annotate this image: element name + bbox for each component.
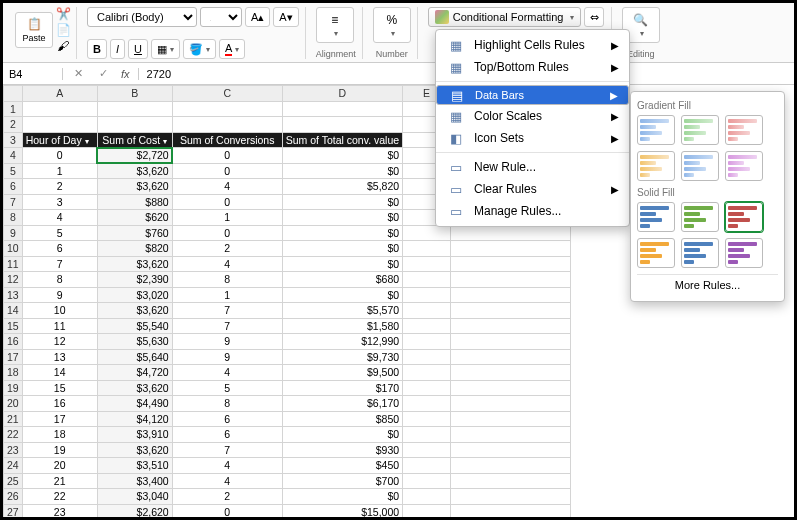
row-header[interactable]: 18	[4, 365, 23, 381]
cell[interactable]: $1,580	[282, 318, 402, 334]
cell[interactable]: 8	[172, 396, 282, 412]
pivot-header[interactable]: Sum of Total conv. value	[282, 132, 402, 148]
cell[interactable]: 17	[22, 411, 97, 427]
more-rules-button[interactable]: More Rules...	[637, 274, 778, 295]
cell[interactable]: $2,620	[97, 504, 172, 520]
menu-color-scales[interactable]: ▦Color Scales▶	[436, 105, 629, 127]
cell[interactable]	[403, 396, 451, 412]
cell[interactable]: $3,620	[97, 442, 172, 458]
cell[interactable]	[282, 117, 402, 133]
row-header[interactable]: 27	[4, 504, 23, 520]
cell[interactable]: $620	[97, 210, 172, 226]
cell[interactable]	[172, 117, 282, 133]
cell[interactable]	[451, 349, 571, 365]
cell[interactable]: $0	[282, 163, 402, 179]
cell[interactable]: $3,620	[97, 163, 172, 179]
font-color-button[interactable]: A	[219, 39, 245, 59]
cell[interactable]: 12	[22, 334, 97, 350]
row-header[interactable]: 9	[4, 225, 23, 241]
cell[interactable]: $0	[282, 194, 402, 210]
increase-font-button[interactable]: A▴	[245, 7, 270, 27]
cell[interactable]: $9,730	[282, 349, 402, 365]
cell[interactable]: 7	[172, 303, 282, 319]
row-header[interactable]: 12	[4, 272, 23, 288]
cell[interactable]: $0	[282, 210, 402, 226]
cell[interactable]: $0	[282, 241, 402, 257]
cell[interactable]	[22, 101, 97, 117]
cell[interactable]: $850	[282, 411, 402, 427]
databar-swatch[interactable]	[725, 238, 763, 268]
cell[interactable]	[451, 380, 571, 396]
cell[interactable]: $0	[282, 427, 402, 443]
cell[interactable]: 5	[172, 380, 282, 396]
paste-button[interactable]: 📋 Paste	[15, 12, 53, 48]
col-header[interactable]	[4, 86, 23, 102]
bold-button[interactable]: B	[87, 39, 107, 59]
cell[interactable]	[403, 303, 451, 319]
cell[interactable]: 21	[22, 473, 97, 489]
cell[interactable]: $0	[282, 148, 402, 164]
cell[interactable]: $930	[282, 442, 402, 458]
row-header[interactable]: 1	[4, 101, 23, 117]
cell[interactable]	[403, 458, 451, 474]
cell[interactable]	[451, 318, 571, 334]
cell[interactable]: 1	[22, 163, 97, 179]
copy-icon[interactable]: 📄	[56, 23, 70, 37]
databar-swatch[interactable]	[637, 238, 675, 268]
name-box[interactable]: B4	[3, 68, 63, 80]
cell[interactable]: $0	[282, 287, 402, 303]
row-header[interactable]: 15	[4, 318, 23, 334]
cell[interactable]: $3,400	[97, 473, 172, 489]
cell[interactable]: 9	[22, 287, 97, 303]
cell[interactable]: $4,490	[97, 396, 172, 412]
cell[interactable]: $0	[282, 489, 402, 505]
decrease-font-button[interactable]: A▾	[273, 7, 298, 27]
databar-swatch[interactable]	[637, 202, 675, 232]
cell[interactable]	[451, 272, 571, 288]
row-header[interactable]: 14	[4, 303, 23, 319]
row-header[interactable]: 24	[4, 458, 23, 474]
col-header[interactable]: A	[22, 86, 97, 102]
row-header[interactable]: 13	[4, 287, 23, 303]
cell[interactable]: 9	[172, 334, 282, 350]
cell[interactable]	[403, 380, 451, 396]
cell[interactable]	[403, 272, 451, 288]
cell[interactable]: $2,720	[97, 148, 172, 164]
pivot-header[interactable]: Sum of Cost ▾	[97, 132, 172, 148]
cell[interactable]: 11	[22, 318, 97, 334]
databar-swatch[interactable]	[725, 202, 763, 232]
insert-cells-button[interactable]: ⇔	[584, 7, 604, 27]
cell[interactable]	[451, 287, 571, 303]
cell[interactable]: $5,640	[97, 349, 172, 365]
menu-data-bars[interactable]: ▤Data Bars▶	[436, 85, 629, 105]
cell[interactable]	[451, 396, 571, 412]
cell[interactable]	[403, 225, 451, 241]
cell[interactable]: $680	[282, 272, 402, 288]
number-format-button[interactable]: %	[373, 7, 411, 43]
cell[interactable]	[403, 241, 451, 257]
cell[interactable]: $820	[97, 241, 172, 257]
cell[interactable]	[451, 225, 571, 241]
fill-color-button[interactable]: 🪣	[183, 39, 216, 59]
cell[interactable]: 6	[22, 241, 97, 257]
cell[interactable]: 6	[172, 427, 282, 443]
row-header[interactable]: 26	[4, 489, 23, 505]
cell[interactable]	[97, 117, 172, 133]
cell[interactable]: $6,170	[282, 396, 402, 412]
cell[interactable]: 4	[172, 365, 282, 381]
cell[interactable]: 0	[22, 148, 97, 164]
cell[interactable]: $0	[282, 225, 402, 241]
cell[interactable]: $12,990	[282, 334, 402, 350]
row-header[interactable]: 17	[4, 349, 23, 365]
cut-icon[interactable]: ✂️	[56, 7, 70, 21]
menu-top-bottom[interactable]: ▦Top/Bottom Rules▶	[436, 56, 629, 78]
cell[interactable]: 23	[22, 504, 97, 520]
cell[interactable]: $170	[282, 380, 402, 396]
databar-swatch[interactable]	[681, 115, 719, 145]
cell[interactable]: 22	[22, 489, 97, 505]
cell[interactable]: $0	[282, 256, 402, 272]
col-header[interactable]: C	[172, 86, 282, 102]
row-header[interactable]: 21	[4, 411, 23, 427]
cell[interactable]: $4,720	[97, 365, 172, 381]
font-size-select[interactable]: 12	[200, 7, 242, 27]
